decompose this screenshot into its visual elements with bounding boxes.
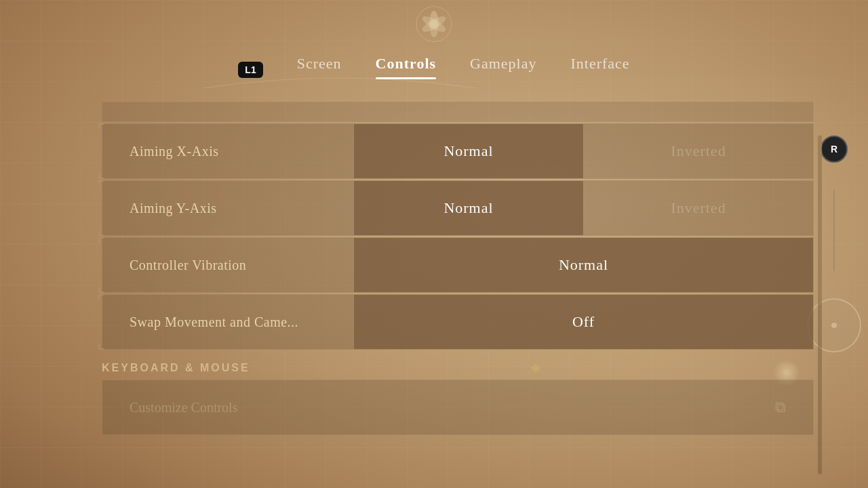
keyboard-section-title: KEYBOARD & MOUSE	[102, 362, 250, 374]
aiming-x-row: Aiming X-Axis Normal Inverted	[102, 123, 814, 179]
aiming-y-label: Aiming Y-Axis	[102, 181, 353, 235]
scrollbar-track[interactable]	[818, 136, 822, 474]
tab-controls[interactable]: Controls	[376, 55, 437, 78]
customize-controls-icon: ⧉	[775, 399, 786, 416]
controller-vibration-options: Normal	[353, 238, 813, 292]
joystick-dot	[831, 323, 837, 328]
keyboard-section-header: KEYBOARD & MOUSE	[102, 362, 814, 374]
r-badge-label: R	[831, 144, 837, 155]
logo	[416, 5, 453, 45]
swap-movement-options: Off	[353, 295, 813, 349]
settings-content: Aiming X-Axis Normal Inverted Aiming Y-A…	[102, 102, 814, 474]
tab-interface[interactable]: Interface	[570, 55, 629, 78]
customize-controls-label: Customize Controls	[130, 400, 775, 415]
swap-movement-label: Swap Movement and Came...	[102, 295, 353, 349]
tab-gameplay[interactable]: Gameplay	[470, 55, 536, 78]
controller-vibration-label: Controller Vibration	[102, 238, 353, 292]
right-indicator: R	[807, 136, 861, 352]
aiming-y-row: Aiming Y-Axis Normal Inverted	[102, 180, 814, 236]
swap-movement-off-button[interactable]: Off	[354, 295, 813, 349]
aiming-x-label: Aiming X-Axis	[102, 124, 353, 178]
top-navigation: L1 Screen Controls Gameplay Interface	[0, 0, 868, 95]
aiming-x-normal-button[interactable]: Normal	[354, 124, 583, 178]
aiming-y-normal-button[interactable]: Normal	[354, 181, 583, 235]
svg-point-7	[431, 21, 437, 28]
aiming-x-inverted-button[interactable]: Inverted	[583, 124, 813, 178]
controller-vibration-row: Controller Vibration Normal	[102, 237, 814, 293]
swap-movement-row: Swap Movement and Came... Off	[102, 294, 814, 350]
settings-row-faded	[102, 102, 814, 122]
settings-panel: Aiming X-Axis Normal Inverted Aiming Y-A…	[102, 102, 814, 435]
aiming-y-options: Normal Inverted	[353, 181, 813, 235]
r-badge: R	[821, 136, 848, 163]
customize-controls-row[interactable]: Customize Controls ⧉	[102, 380, 814, 435]
controller-vibration-normal-button[interactable]: Normal	[354, 238, 813, 292]
joystick-indicator	[807, 298, 861, 352]
section-diamond	[531, 363, 540, 373]
aiming-x-options: Normal Inverted	[353, 124, 813, 178]
scrollbar-thumb[interactable]	[818, 136, 822, 305]
tab-screen[interactable]: Screen	[297, 55, 342, 78]
aiming-y-inverted-button[interactable]: Inverted	[583, 181, 813, 235]
